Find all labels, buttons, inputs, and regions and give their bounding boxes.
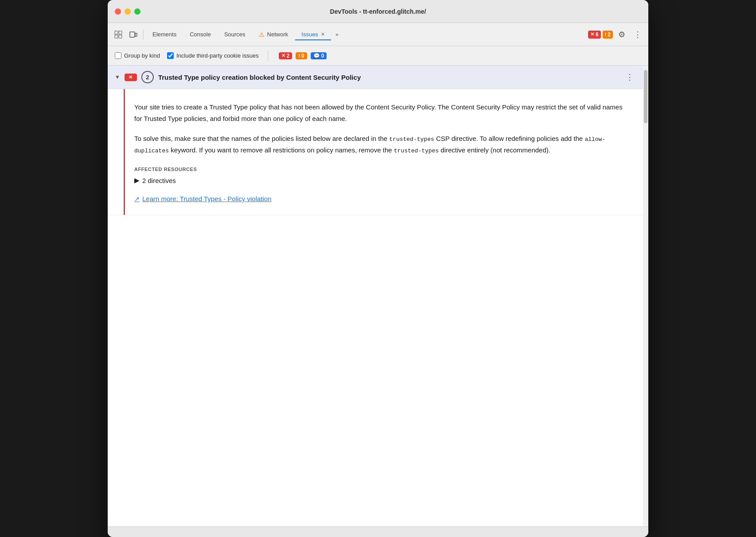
svg-rect-2 [115,35,118,38]
more-menu-button[interactable]: ⋮ [631,27,645,42]
learn-more-label: Learn more: Trusted Types - Policy viola… [142,195,272,202]
tab-sources[interactable]: Sources [218,28,252,40]
include-third-party-checkbox[interactable] [167,52,174,59]
group-by-kind-label: Group by kind [124,52,160,59]
tab-issues-label: Issues [301,31,318,38]
errors-count: 6 [596,31,599,38]
svg-rect-1 [119,31,122,34]
issue-count: 2 [146,74,149,81]
settings-button[interactable]: ⚙ [615,27,629,42]
inspector-icon[interactable] [111,27,125,42]
tab-elements[interactable]: Elements [146,28,183,40]
filter-badge-errors[interactable]: ✕ 2 [279,52,292,59]
include-third-party-label: Include third-party cookie issues [176,52,259,59]
directives-row[interactable]: ▶ 2 directives [134,176,625,184]
external-link-icon: ↗ [134,195,140,202]
include-third-party-checkbox-label[interactable]: Include third-party cookie issues [167,52,259,59]
issues-panel[interactable]: ▼ ✕ 2 Trusted Type policy creation block… [108,66,643,526]
affected-resources-label: AFFECTED RESOURCES [134,167,625,172]
traffic-lights [115,8,140,15]
tab-sources-label: Sources [224,31,246,38]
svg-rect-4 [130,32,135,37]
issue-detail: Your site tries to create a Trusted Type… [108,89,643,215]
directives-label: 2 directives [142,177,176,184]
issue-solution: To solve this, make sure that the names … [134,133,625,156]
filter-info-icon: 💬 [313,53,320,59]
tab-issues[interactable]: Issues ✕ [295,28,331,40]
issue-count-circle: 2 [141,71,154,83]
close-button[interactable] [115,8,121,15]
issue-title: Trusted Type policy creation blocked by … [158,74,619,81]
device-toolbar-icon[interactable] [126,27,140,42]
tab-issues-close[interactable]: ✕ [321,31,325,37]
filter-badges: ✕ 2 ! 0 💬 0 [279,52,327,59]
tab-right-controls: ✕ 6 ! 2 ⚙ ⋮ [588,27,645,42]
tab-network[interactable]: ⚠ Network [253,28,295,41]
group-by-kind-checkbox[interactable] [115,52,121,59]
issue-more-button[interactable]: ⋮ [624,71,636,83]
minimize-button[interactable] [125,8,131,15]
filter-badge-info[interactable]: 💬 0 [311,52,327,59]
issue-description: Your site tries to create a Trusted Type… [134,101,625,124]
window-title: DevTools - tt-enforced.glitch.me/ [330,8,426,15]
tab-elements-label: Elements [152,31,176,38]
filter-bar: Group by kind Include third-party cookie… [108,46,648,66]
tab-console-label: Console [190,31,211,38]
issue-group-header[interactable]: ▼ ✕ 2 Trusted Type policy creation block… [108,66,643,89]
filter-badge-warnings[interactable]: ! 0 [296,52,307,59]
tab-network-label: Network [267,31,288,38]
scrollbar[interactable] [643,66,648,526]
group-by-kind-checkbox-label[interactable]: Group by kind [115,52,160,59]
filter-warnings-count: 0 [301,53,304,59]
filter-error-icon: ✕ [281,53,285,58]
network-warning-icon: ⚠ [259,31,265,38]
svg-rect-0 [115,31,118,34]
svg-rect-5 [135,33,137,36]
svg-rect-3 [119,35,122,38]
warnings-badge: ! 2 [603,31,613,39]
issue-badge-red: ✕ [125,74,137,81]
collapse-arrow-icon[interactable]: ▼ [115,74,120,80]
warning-icon: ! [605,32,607,37]
filter-errors-count: 2 [287,53,290,59]
devtools-window: DevTools - tt-enforced.glitch.me/ Elemen… [108,0,648,537]
tab-divider-1 [143,29,144,40]
warnings-count: 2 [608,31,611,38]
errors-badge: ✕ 6 [588,31,601,39]
filter-separator [268,51,268,61]
issue-badge-x-icon: ✕ [129,74,132,80]
learn-more-link[interactable]: ↗ Learn more: Trusted Types - Policy vio… [134,195,625,202]
error-icon: ✕ [590,31,594,37]
tab-bar: Elements Console Sources ⚠ Network Issue… [108,23,648,46]
filter-info-count: 0 [321,53,324,59]
title-bar: DevTools - tt-enforced.glitch.me/ [108,0,648,23]
main-content: ▼ ✕ 2 Trusted Type policy creation block… [108,66,648,526]
bottom-bar [108,526,648,537]
filter-warning-icon: ! [298,53,300,58]
maximize-button[interactable] [134,8,140,15]
tab-console[interactable]: Console [183,28,217,40]
tab-more[interactable]: » [332,30,342,39]
directives-arrow-icon: ▶ [134,176,140,184]
scrollbar-thumb[interactable] [644,70,647,123]
